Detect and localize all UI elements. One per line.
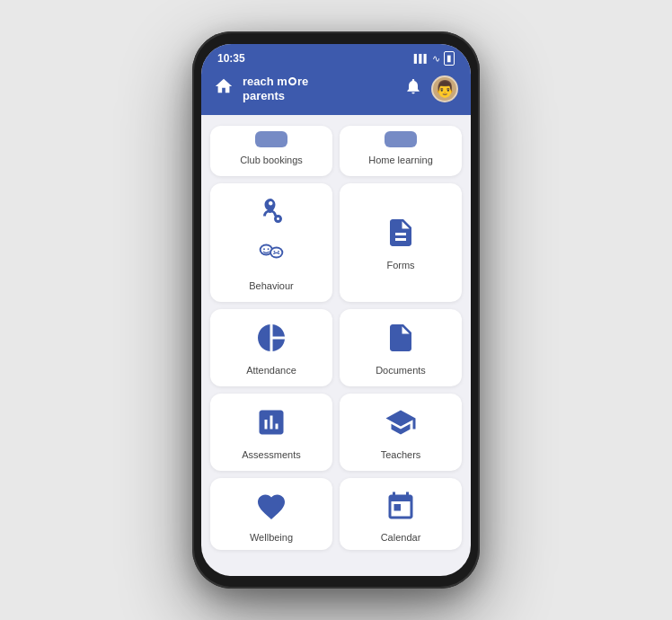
phone-device: 10:35 ▌▌▌ ∿ ▮ reach mre parents [192, 31, 480, 589]
svg-point-6 [273, 251, 275, 252]
user-avatar[interactable]: 👨 [431, 75, 458, 102]
svg-point-2 [263, 248, 265, 250]
app-content[interactable]: Club bookings Home learning [201, 115, 471, 576]
teachers-label: Teachers [381, 449, 421, 460]
battery-icon: ▮ [444, 51, 455, 66]
wellbeing-label: Wellbeing [250, 532, 293, 543]
teachers-item[interactable]: Teachers [340, 394, 462, 471]
documents-icon-display [385, 322, 417, 358]
documents-label: Documents [376, 365, 426, 376]
phone-screen: 10:35 ▌▌▌ ∿ ▮ reach mre parents [201, 44, 471, 576]
top-menu-row: Club bookings Home learning [210, 124, 462, 176]
attendance-icon-display [255, 322, 287, 358]
home-learning-label: Home learning [368, 155, 433, 165]
svg-point-3 [268, 248, 270, 250]
status-bar: 10:35 ▌▌▌ ∿ ▮ [201, 44, 471, 69]
wellbeing-item[interactable]: Wellbeing [210, 478, 332, 550]
notification-bell-button[interactable] [404, 77, 422, 100]
status-icons: ▌▌▌ ∿ ▮ [414, 51, 455, 66]
forms-label: Forms [386, 260, 414, 270]
wellbeing-icon-display [255, 491, 287, 527]
behaviour-label: Behaviour [249, 280, 294, 291]
calendar-item[interactable]: Calendar [340, 478, 462, 550]
attendance-item[interactable]: Attendance [210, 309, 332, 386]
home-learning-item[interactable]: Home learning [340, 126, 462, 176]
assessments-icon-display [255, 406, 287, 442]
forms-icon-display [385, 217, 417, 252]
app-header: reach mre parents 👨 [201, 69, 471, 115]
behaviour-item[interactable]: Behaviour [210, 183, 332, 302]
avatar-image: 👨 [435, 81, 455, 97]
behaviour-icon [255, 196, 287, 228]
documents-item[interactable]: Documents [340, 309, 462, 386]
assessments-label: Assessments [242, 449, 300, 460]
teachers-icon-display [385, 406, 417, 442]
calendar-icon-display [385, 491, 417, 527]
svg-point-7 [278, 251, 279, 252]
attendance-label: Attendance [246, 365, 296, 376]
status-time: 10:35 [217, 52, 245, 65]
calendar-label: Calendar [381, 532, 421, 543]
home-button[interactable] [214, 76, 234, 101]
club-bookings-label: Club bookings [240, 155, 303, 165]
menu-grid: Behaviour Forms [210, 183, 462, 550]
club-bookings-item[interactable]: Club bookings [210, 126, 332, 176]
header-actions: 👨 [404, 75, 458, 102]
app-logo: reach mre parents [243, 75, 404, 102]
wifi-icon: ∿ [432, 53, 440, 65]
assessments-item[interactable]: Assessments [210, 394, 332, 471]
logo-line1: reach mre [243, 75, 404, 89]
behaviour-icon-display [254, 235, 288, 273]
forms-item[interactable]: Forms [340, 183, 462, 302]
signal-icon: ▌▌▌ [414, 54, 429, 63]
logo-line2: parents [243, 89, 404, 103]
